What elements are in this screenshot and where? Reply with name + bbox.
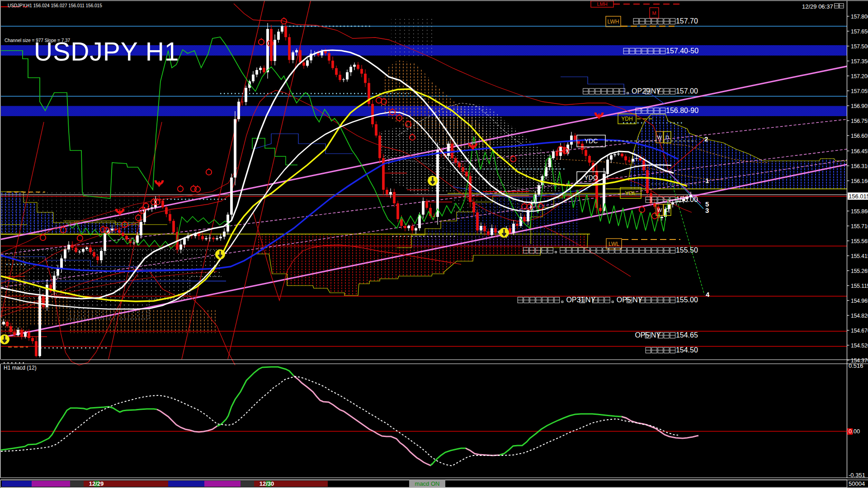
svg-text:154.965: 154.965 <box>851 298 868 304</box>
svg-text:50004: 50004 <box>849 480 865 487</box>
svg-text:W: W <box>657 135 662 140</box>
svg-text:LWL: LWL <box>609 241 619 247</box>
svg-text:NY: NY <box>651 331 661 339</box>
svg-text:12/30: 12/30 <box>259 480 274 487</box>
svg-text:156.80-90: 156.80-90 <box>666 107 698 114</box>
svg-text:YDO: YDO <box>584 174 598 181</box>
svg-text:12/29: 12/29 <box>89 480 104 487</box>
svg-text:156.00: 156.00 <box>676 196 698 203</box>
svg-text:D: D <box>665 135 669 140</box>
svg-text:155.415: 155.415 <box>851 253 868 259</box>
svg-text:156.455: 156.455 <box>851 148 868 155</box>
svg-text:NY: NY <box>651 87 661 95</box>
svg-text:157.70: 157.70 <box>676 17 698 25</box>
svg-text:D: D <box>665 207 669 213</box>
svg-text:0.00: 0.00 <box>849 428 860 435</box>
svg-text:2: 2 <box>704 135 708 143</box>
svg-text:USDJPY,H1 156.024 156.027 156: USDJPY,H1 156.024 156.027 156.011 156.01… <box>8 3 102 8</box>
svg-text:YDC: YDC <box>585 137 598 145</box>
svg-text:157.500: 157.500 <box>851 43 868 50</box>
svg-text:1: 1 <box>705 177 709 184</box>
svg-text:157.200: 157.200 <box>851 73 868 80</box>
svg-text:OP29: OP29 <box>632 87 650 95</box>
svg-text:157.00: 157.00 <box>676 87 698 95</box>
svg-text:156.160: 156.160 <box>851 178 868 184</box>
svg-text:155.115: 155.115 <box>851 283 868 289</box>
svg-text:W: W <box>657 207 662 213</box>
svg-text:157.800: 157.800 <box>851 14 868 20</box>
svg-text:LWH: LWH <box>608 19 619 25</box>
svg-text:OP5: OP5 <box>617 296 631 304</box>
svg-text:155.265: 155.265 <box>851 268 868 274</box>
svg-text:USDJPY H1: USDJPY H1 <box>34 37 179 66</box>
svg-text:157.650: 157.650 <box>851 28 868 35</box>
svg-text:156.605: 156.605 <box>851 133 868 139</box>
svg-text:157.350: 157.350 <box>851 58 868 65</box>
svg-text:macd ON: macd ON <box>415 480 440 487</box>
svg-text:M: M <box>652 10 656 16</box>
svg-text:156.015: 156.015 <box>849 193 868 200</box>
svg-text:154.65: 154.65 <box>676 331 698 339</box>
svg-text:LMH: LMH <box>597 1 607 7</box>
svg-text:156.310: 156.310 <box>851 163 868 169</box>
svg-text:4: 4 <box>706 291 710 298</box>
svg-text:OP5: OP5 <box>635 331 649 339</box>
svg-text:3: 3 <box>705 206 709 214</box>
svg-text:YDH: YDH <box>621 116 632 122</box>
svg-text:154.820: 154.820 <box>851 313 868 319</box>
svg-text:155.00: 155.00 <box>676 296 698 304</box>
svg-text:12/29 06:37: 12/29 06:37 <box>802 3 833 10</box>
svg-text:NY: NY <box>632 296 643 304</box>
svg-text:-0.351: -0.351 <box>849 472 865 479</box>
svg-text:155.565: 155.565 <box>851 238 868 244</box>
svg-text:155.50: 155.50 <box>676 246 698 254</box>
svg-text:155.710: 155.710 <box>851 223 868 230</box>
svg-text:154.670: 154.670 <box>851 328 868 334</box>
svg-text:154.520: 154.520 <box>851 343 868 349</box>
svg-text:0.516: 0.516 <box>849 362 863 369</box>
svg-text:157.055: 157.055 <box>851 88 868 94</box>
svg-text:NY: NY <box>585 296 596 304</box>
svg-text:156.905: 156.905 <box>851 103 868 109</box>
svg-text:YDL: YDL <box>625 190 636 197</box>
svg-text:OP31: OP31 <box>566 296 585 304</box>
svg-text:156.755: 156.755 <box>851 118 868 124</box>
svg-text:154.50: 154.50 <box>676 346 698 354</box>
svg-text:H1 macd (12): H1 macd (12) <box>4 365 37 371</box>
svg-text:155.860: 155.860 <box>851 208 868 215</box>
svg-text:157.40-50: 157.40-50 <box>666 47 698 55</box>
